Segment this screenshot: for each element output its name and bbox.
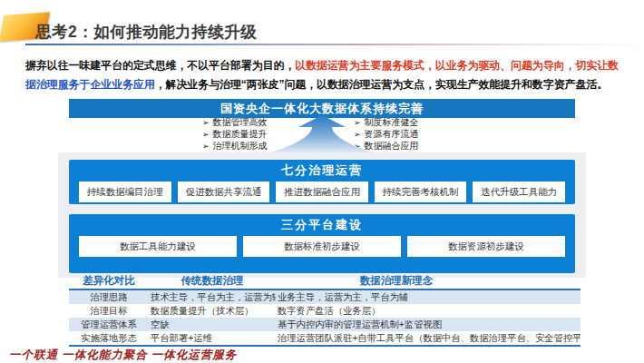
- table-cell: 数字资产盘活（业务层）: [276, 305, 581, 318]
- paragraph-segment-red: 以数据运营为主要服务模式，以业务为驱动、问题为导向，切实让数: [295, 59, 619, 72]
- governance-item: 推进数据融合应用: [276, 182, 368, 202]
- list-item: ➢治理机制形成: [202, 141, 268, 152]
- governance-section: 七分治理运营 持续数据编目治理 促进数据共享流通 推进数据融合应用 持续完善考核…: [69, 160, 575, 204]
- platform-item: 数据资源初步建设: [407, 236, 565, 257]
- column-header: 数据治理新理念: [276, 274, 581, 288]
- table-cell: 业务主导，运营为主，平台为辅: [276, 291, 581, 304]
- up-arrow-icon: [266, 114, 378, 154]
- table-bottom-border: [69, 345, 581, 347]
- footer-slogan: 一个联通 一体化能力聚合 一体化运营服务: [9, 348, 237, 363]
- platform-section: 三分平台建设 数据工具能力建设 数据标准初步建设 数据资源初步建设: [69, 214, 575, 273]
- arrow-bullet-icon: ➢: [202, 130, 210, 141]
- paragraph-segment: ，解决业务与治理“两张皮”问题，以数据治理运营为支点，实现生产效能提升和数字资产…: [155, 78, 608, 91]
- comparison-table: 差异化对比 传统数据治理 数据治理新理念 治理思路 技术主导，平台为主，运营为辅…: [69, 272, 581, 347]
- governance-item: 持续完善考核机制: [375, 182, 467, 202]
- slide: 思考2：如何推动能力持续升级 摒弃以往一味建平台的定式思维，不以平台部署为目的，…: [0, 0, 644, 363]
- paragraph-segment-blue: 据治理服务于企业业务应用: [25, 78, 155, 91]
- table-header-row: 差异化对比 传统数据治理 数据治理新理念: [69, 272, 581, 290]
- intro-paragraph: 摒弃以往一味建平台的定式思维，不以平台部署为目的，以数据运营为主要服务模式，以业…: [25, 56, 624, 94]
- column-header: 差异化对比: [69, 274, 149, 288]
- platform-item: 数据标准初步建设: [243, 236, 401, 257]
- table-cell: 基于内控内审的管理运营机制+监管视图: [276, 319, 581, 331]
- left-bullet-list: ➢数据管理高效 ➢数据质量提升 ➢治理机制形成: [202, 117, 268, 152]
- section-title: 三分平台建设: [69, 217, 575, 233]
- bullet-label: 治理机制形成: [213, 141, 268, 151]
- table-cell: 空缺: [149, 319, 276, 331]
- list-item: ➢数据质量提升: [202, 129, 268, 141]
- governance-item: 迭代升级工具能力: [473, 182, 565, 202]
- table-row: 治理思路 技术主导，平台为主，运营为辅 业务主导，运营为主，平台为辅: [69, 290, 581, 304]
- table-cell: 治理运营团队派驻+自带工具平台（数据中台、数据治理平台、安全管控平台）: [276, 332, 581, 345]
- bullet-label: 数据管理高效: [213, 117, 268, 127]
- table-cell: 治理思路: [69, 291, 149, 304]
- table-cell: 技术主导，平台为主，运营为辅: [149, 291, 276, 304]
- arrow-bullet-icon: ➢: [202, 118, 210, 129]
- section-title: 七分治理运营: [69, 162, 575, 179]
- table-cell: 管理运营体系: [69, 319, 149, 331]
- title-divider: [25, 44, 644, 45]
- list-item: ➢数据管理高效: [202, 117, 268, 129]
- column-header: 传统数据治理: [149, 274, 276, 288]
- paragraph-segment: 摒弃以往一味建平台的定式思维，不以平台部署为目的，: [25, 59, 295, 72]
- governance-item: 持续数据编目治理: [79, 182, 171, 202]
- table-row: 管理运营体系 空缺 基于内控内审的管理运营机制+监管视图: [69, 318, 581, 331]
- page-title: 思考2：如何推动能力持续升级: [35, 21, 257, 43]
- table-cell: 数据质量提升（技术层）: [149, 305, 276, 318]
- section-boxes: 数据工具能力建设 数据标准初步建设 数据资源初步建设: [79, 236, 565, 257]
- arrow-bullet-icon: ➢: [202, 142, 210, 152]
- paragraph-line: 摒弃以往一味建平台的定式思维，不以平台部署为目的，以数据运营为主要服务模式，以业…: [25, 56, 624, 75]
- bullet-label: 数据质量提升: [213, 129, 268, 139]
- table-row: 治理目标 数据质量提升（技术层） 数字资产盘活（业务层）: [69, 304, 581, 318]
- platform-item: 数据工具能力建设: [79, 236, 237, 257]
- table-cell: 实施落地形态: [69, 332, 149, 345]
- table-cell: 治理目标: [69, 305, 149, 318]
- section-boxes: 持续数据编目治理 促进数据共享流通 推进数据融合应用 持续完善考核机制 迭代升级…: [79, 182, 565, 202]
- governance-item: 促进数据共享流通: [178, 182, 270, 202]
- paragraph-line: 据治理服务于企业业务应用，解决业务与治理“两张皮”问题，以数据治理运营为支点，实…: [25, 75, 624, 94]
- table-row: 实施落地形态 平台部署+运维 治理运营团队派驻+自带工具平台（数据中台、数据治理…: [69, 331, 581, 345]
- table-cell: 平台部署+运维: [149, 332, 276, 345]
